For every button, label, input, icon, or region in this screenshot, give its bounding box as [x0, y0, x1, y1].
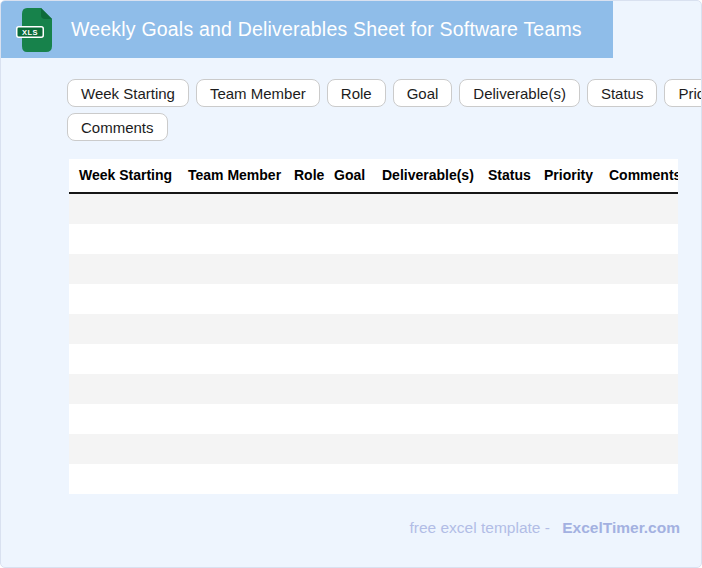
- chip-row-1: Week Starting Team Member Role Goal Deli…: [67, 79, 679, 107]
- file-fold: [41, 8, 52, 19]
- chip-goal[interactable]: Goal: [393, 79, 453, 107]
- col-header-status: Status: [488, 159, 531, 192]
- chip-week-starting[interactable]: Week Starting: [67, 79, 189, 107]
- chip-deliverables[interactable]: Deliverable(s): [459, 79, 580, 107]
- page: XLS Weekly Goals and Deliverables Sheet …: [0, 0, 702, 568]
- footer: free excel template - ExcelTimer.com: [409, 519, 680, 537]
- col-header-priority: Priority: [544, 159, 593, 192]
- table-row: [69, 374, 678, 404]
- col-header-week-starting: Week Starting: [79, 159, 172, 192]
- chip-priority[interactable]: Priority: [664, 79, 702, 107]
- chip-team-member[interactable]: Team Member: [196, 79, 320, 107]
- col-header-goal: Goal: [334, 159, 365, 192]
- table-row: [69, 404, 678, 434]
- chip-comments[interactable]: Comments: [67, 113, 168, 141]
- table-row: [69, 344, 678, 374]
- table-row: [69, 254, 678, 284]
- table-header-row: Week Starting Team Member Role Goal Deli…: [69, 159, 678, 194]
- col-header-comments: Comments: [609, 159, 678, 192]
- footer-text: free excel template -: [409, 519, 549, 536]
- header-bar: XLS Weekly Goals and Deliverables Sheet …: [1, 1, 613, 58]
- page-title: Weekly Goals and Deliverables Sheet for …: [71, 18, 582, 41]
- goals-table: Week Starting Team Member Role Goal Deli…: [69, 159, 678, 494]
- chip-status[interactable]: Status: [587, 79, 658, 107]
- col-header-role: Role: [294, 159, 324, 192]
- table-row: [69, 194, 678, 224]
- table-body: [69, 194, 678, 494]
- chip-row-2: Comments: [67, 113, 679, 141]
- xls-file-icon: XLS: [16, 8, 52, 52]
- col-header-deliverables: Deliverable(s): [382, 159, 474, 192]
- col-header-team-member: Team Member: [188, 159, 281, 192]
- table-row: [69, 284, 678, 314]
- footer-brand-link[interactable]: ExcelTimer.com: [562, 519, 680, 536]
- column-chip-list: Week Starting Team Member Role Goal Deli…: [67, 79, 679, 147]
- table-row: [69, 224, 678, 254]
- chip-role[interactable]: Role: [327, 79, 386, 107]
- table-row: [69, 464, 678, 494]
- xls-badge-label: XLS: [22, 28, 38, 37]
- table-row: [69, 314, 678, 344]
- table-row: [69, 434, 678, 464]
